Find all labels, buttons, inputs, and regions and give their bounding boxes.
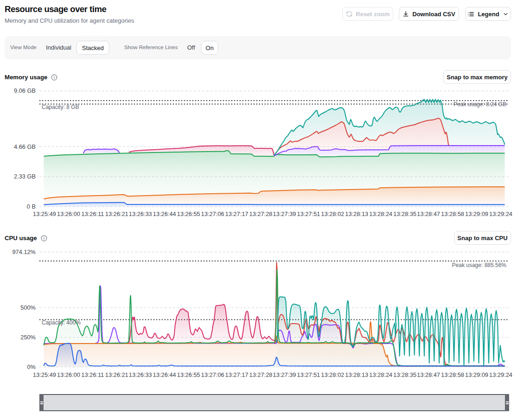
- svg-text:13:26:44: 13:26:44: [153, 371, 176, 378]
- svg-text:13:29:24: 13:29:24: [489, 371, 512, 378]
- svg-text:13:28:58: 13:28:58: [441, 371, 464, 378]
- svg-text:13:26:55: 13:26:55: [177, 371, 200, 378]
- svg-text:13:27:28: 13:27:28: [249, 371, 272, 378]
- svg-text:13:25:49: 13:25:49: [33, 210, 56, 217]
- svg-text:13:26:21: 13:26:21: [105, 371, 128, 378]
- svg-text:13:26:21: 13:26:21: [105, 210, 128, 217]
- svg-text:13:28:13: 13:28:13: [345, 371, 368, 378]
- svg-text:13:28:58: 13:28:58: [441, 210, 464, 217]
- svg-text:13:28:02: 13:28:02: [321, 371, 344, 378]
- svg-text:13:28:24: 13:28:24: [369, 371, 392, 378]
- svg-text:Peak usage: 8.24 GB: Peak usage: 8.24 GB: [454, 101, 506, 108]
- svg-text:2.33 GB: 2.33 GB: [14, 173, 36, 180]
- svg-text:13:27:17: 13:27:17: [225, 371, 248, 378]
- svg-text:13:26:55: 13:26:55: [177, 210, 200, 217]
- svg-text:Capacity: 8 GB: Capacity: 8 GB: [42, 104, 79, 110]
- svg-text:13:27:17: 13:27:17: [225, 210, 248, 217]
- svg-text:13:26:00: 13:26:00: [57, 210, 80, 217]
- svg-text:13:27:39: 13:27:39: [273, 371, 296, 378]
- svg-text:13:26:11: 13:26:11: [82, 371, 104, 378]
- svg-text:0 B: 0 B: [27, 203, 36, 210]
- svg-text:0%: 0%: [27, 363, 36, 370]
- svg-text:13:27:51: 13:27:51: [297, 371, 320, 378]
- svg-text:13:27:06: 13:27:06: [201, 210, 224, 217]
- svg-text:13:28:24: 13:28:24: [369, 210, 392, 217]
- svg-text:13:28:35: 13:28:35: [393, 371, 416, 378]
- svg-text:Peak usage: 885.56%: Peak usage: 885.56%: [452, 262, 507, 268]
- svg-text:13:29:09: 13:29:09: [465, 210, 488, 217]
- svg-text:13:26:33: 13:26:33: [129, 371, 152, 378]
- svg-text:13:29:24: 13:29:24: [489, 210, 512, 217]
- svg-text:4.66 GB: 4.66 GB: [14, 143, 36, 150]
- svg-text:9.06 GB: 9.06 GB: [14, 87, 36, 94]
- svg-text:500%: 500%: [20, 304, 36, 311]
- svg-text:13:27:06: 13:27:06: [201, 371, 224, 378]
- svg-text:13:28:13: 13:28:13: [345, 210, 368, 217]
- svg-text:13:25:49: 13:25:49: [33, 371, 56, 378]
- svg-text:13:26:00: 13:26:00: [57, 371, 80, 378]
- svg-text:13:29:09: 13:29:09: [465, 371, 488, 378]
- svg-text:13:28:35: 13:28:35: [393, 210, 416, 217]
- svg-text:13:26:11: 13:26:11: [82, 210, 104, 217]
- svg-text:13:28:02: 13:28:02: [321, 210, 344, 217]
- svg-text:Capacity: 400%: Capacity: 400%: [42, 319, 81, 326]
- svg-text:250%: 250%: [20, 334, 36, 341]
- svg-text:13:27:51: 13:27:51: [297, 210, 320, 217]
- svg-text:13:26:33: 13:26:33: [129, 210, 152, 217]
- svg-text:13:27:28: 13:27:28: [249, 210, 272, 217]
- svg-text:974.12%: 974.12%: [12, 248, 36, 255]
- svg-text:13:28:47: 13:28:47: [417, 210, 440, 217]
- svg-text:13:28:47: 13:28:47: [417, 371, 440, 378]
- svg-text:13:26:44: 13:26:44: [153, 210, 176, 217]
- svg-text:13:27:39: 13:27:39: [273, 210, 296, 217]
